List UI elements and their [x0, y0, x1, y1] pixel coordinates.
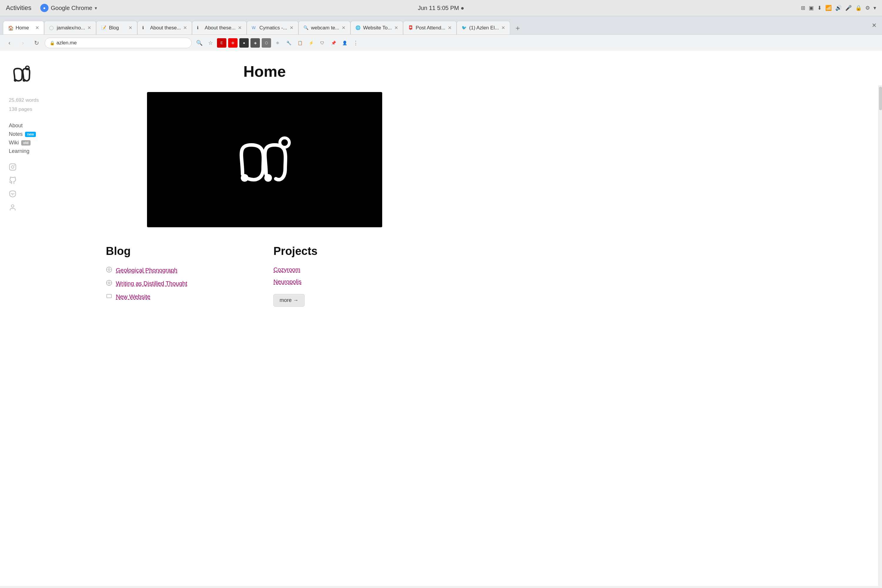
- tab-favicon-post: 📮: [408, 25, 413, 31]
- nav-about[interactable]: About: [9, 123, 80, 129]
- tab-label-home: Home: [16, 25, 33, 31]
- tab-close-home[interactable]: ✕: [35, 25, 39, 31]
- tab-blog[interactable]: 📝 Blog ✕: [96, 21, 137, 34]
- scrollbar[interactable]: [879, 85, 882, 586]
- tab-label-jamalex: jamalex/no...: [57, 25, 85, 31]
- ext-11-icon[interactable]: 📌: [329, 38, 338, 48]
- close-window-button[interactable]: ✕: [869, 20, 879, 31]
- tab-webcam[interactable]: 🔍 webcam te... ✕: [298, 21, 351, 34]
- tab-about2[interactable]: ℹ About these... ✕: [192, 21, 247, 34]
- system-time: Jun 11 5:05 PM ●: [418, 5, 464, 12]
- ext-1-icon[interactable]: E: [217, 38, 226, 48]
- ext-9-icon[interactable]: ⚡: [306, 38, 316, 48]
- tab-post[interactable]: 📮 Post Attend... ✕: [403, 21, 457, 34]
- tab-favicon-home: 🏠: [8, 25, 13, 31]
- forward-button[interactable]: ›: [18, 38, 28, 48]
- blog-item-0: Geological Phonograph: [106, 266, 256, 274]
- mastodon-icon[interactable]: [9, 190, 80, 200]
- tab-label-cymatics: Cymatics -...: [259, 25, 287, 31]
- tab-about1[interactable]: ℹ About these... ✕: [137, 21, 192, 34]
- user-icon[interactable]: [9, 204, 80, 213]
- svg-rect-3: [9, 164, 16, 170]
- blog-icon-2: [106, 293, 112, 301]
- reload-button[interactable]: ↻: [31, 38, 42, 48]
- tab-close-jamalex[interactable]: ✕: [87, 25, 91, 31]
- scrollbar-thumb[interactable]: [879, 87, 882, 110]
- dropdown-icon[interactable]: ▾: [873, 5, 876, 11]
- more-button[interactable]: more →: [273, 294, 304, 307]
- url-bar[interactable]: 🔒 azlen.me: [45, 38, 192, 48]
- dropdown-arrow[interactable]: ▾: [94, 5, 97, 11]
- bookmark-star-icon[interactable]: ☆: [206, 38, 215, 48]
- security-icon[interactable]: 🔒: [855, 5, 862, 11]
- network-icon[interactable]: 📶: [825, 5, 832, 11]
- blog-column: Blog: [106, 245, 256, 307]
- tab-close-about2[interactable]: ✕: [238, 25, 242, 31]
- nav-learning[interactable]: Learning: [9, 148, 80, 154]
- ext-4-icon[interactable]: ◈: [250, 38, 260, 48]
- new-tab-button[interactable]: ＋: [511, 21, 524, 34]
- svg-point-4: [12, 166, 14, 168]
- settings-icon[interactable]: ⚙: [865, 5, 870, 11]
- tab-close-azlen[interactable]: ✕: [501, 25, 505, 31]
- back-button[interactable]: ‹: [4, 38, 15, 48]
- blog-item-2: New Website: [106, 293, 256, 301]
- blog-icon-1: [106, 280, 112, 288]
- tab-favicon-azlen: 🐦: [462, 25, 467, 31]
- volume-icon[interactable]: 🔊: [835, 5, 842, 11]
- hero-logo-svg: [232, 130, 297, 189]
- blog-list: Geological Phonograph: [106, 266, 256, 301]
- search-icon[interactable]: 🔍: [195, 38, 204, 48]
- grid-icon[interactable]: ⊞: [801, 5, 805, 11]
- ext-10-icon[interactable]: 🛡: [318, 38, 327, 48]
- tab-close-website[interactable]: ✕: [394, 25, 398, 31]
- tab-label-about2: About these...: [205, 25, 236, 31]
- ext-7-icon[interactable]: 🔧: [284, 38, 293, 48]
- ext-5-icon[interactable]: ⬡: [262, 38, 271, 48]
- page-content: 25,692 words 138 pages About Notes new W…: [0, 51, 882, 586]
- project-link-1[interactable]: Neuropolis: [273, 278, 423, 285]
- ext-2-icon[interactable]: ⊕: [228, 38, 237, 48]
- app-name-area[interactable]: ● Google Chrome ▾: [40, 4, 97, 12]
- blog-link-2[interactable]: New Website: [116, 293, 150, 300]
- blog-link-1[interactable]: Writing as Distilled Thought: [116, 280, 187, 287]
- tab-home[interactable]: 🏠 Home ✕: [3, 21, 44, 34]
- github-icon[interactable]: [9, 177, 80, 186]
- svg-point-9: [280, 138, 289, 147]
- window-icon[interactable]: ▣: [809, 5, 814, 11]
- page-title: Home: [106, 63, 423, 80]
- nav-notes[interactable]: Notes new: [9, 131, 80, 137]
- ext-6-icon[interactable]: ⚛: [273, 38, 282, 48]
- site-logo[interactable]: [9, 63, 80, 96]
- tab-close-cymatics[interactable]: ✕: [290, 25, 293, 31]
- social-icons: [9, 163, 80, 213]
- tab-azlen[interactable]: 🐦 (1) Azlen El... ✕: [457, 21, 510, 34]
- svg-rect-22: [107, 294, 111, 298]
- projects-column: Projects Cozyroom Neuropolis more →: [273, 245, 423, 307]
- tab-close-webcam[interactable]: ✕: [342, 25, 345, 31]
- projects-section-title: Projects: [273, 245, 423, 258]
- instagram-icon[interactable]: [9, 163, 80, 172]
- blog-link-0[interactable]: Geological Phonograph: [116, 267, 177, 274]
- nav-wiki[interactable]: Wiki old: [9, 140, 80, 146]
- tab-close-blog[interactable]: ✕: [129, 25, 132, 31]
- ext-3-icon[interactable]: ●: [239, 38, 249, 48]
- ext-8-icon[interactable]: 📋: [295, 38, 304, 48]
- tab-label-about1: About these...: [150, 25, 181, 31]
- tab-cymatics[interactable]: W Cymatics -... ✕: [247, 21, 298, 34]
- activities-label[interactable]: Activities: [6, 4, 32, 12]
- logo-svg: [9, 63, 32, 86]
- wiki-badge: old: [21, 140, 31, 146]
- mic-icon[interactable]: 🎤: [845, 5, 852, 11]
- download-icon[interactable]: ⬇: [818, 5, 822, 11]
- project-link-0[interactable]: Cozyroom: [273, 266, 423, 273]
- tab-favicon-jamalex: ◯: [49, 25, 54, 31]
- os-taskbar: Activities ● Google Chrome ▾ Jun 11 5:05…: [0, 0, 882, 16]
- projects-list: Cozyroom Neuropolis: [273, 266, 423, 285]
- tab-close-about1[interactable]: ✕: [183, 25, 187, 31]
- tab-close-post[interactable]: ✕: [448, 25, 452, 31]
- ext-12-icon[interactable]: 👤: [340, 38, 349, 48]
- menu-button[interactable]: ⋮: [351, 38, 360, 48]
- tab-jamalex[interactable]: ◯ jamalex/no... ✕: [44, 21, 96, 34]
- tab-website[interactable]: 🌐 Website To... ✕: [351, 21, 403, 34]
